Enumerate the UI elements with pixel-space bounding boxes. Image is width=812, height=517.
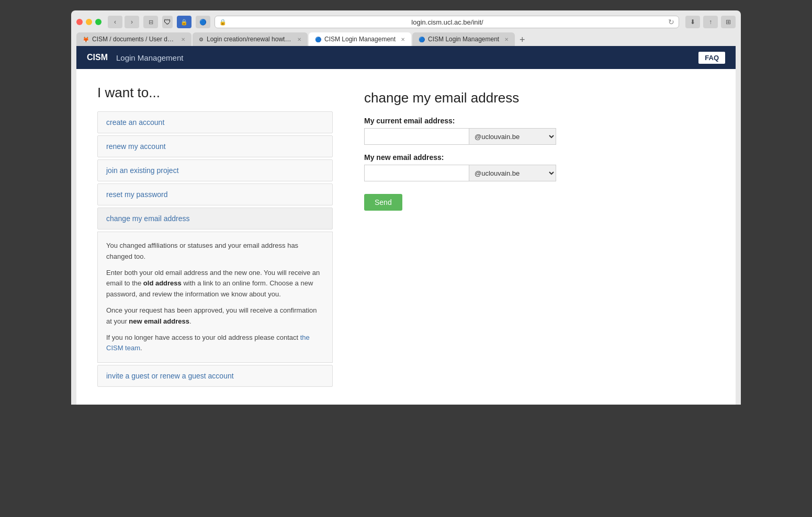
main-content: I want to... create an account renew my … <box>76 69 736 405</box>
tab-gitlab[interactable]: 🦊 CISM / documents / User documentation … <box>76 32 191 46</box>
back-button[interactable]: ‹ <box>108 16 122 28</box>
app-title: Login Management <box>116 53 183 62</box>
menu-link-create[interactable]: create an account <box>106 118 164 127</box>
tab-close-cism-active[interactable]: ✕ <box>401 37 405 42</box>
menu-item-change-email[interactable]: change my email address <box>97 208 333 229</box>
new-email-domain-select[interactable]: @uclouvain.be @cism.ucl.ac.be @student.u… <box>469 165 556 181</box>
menu-link-renew[interactable]: renew my account <box>106 142 166 151</box>
new-tab-button[interactable]: ⊞ <box>721 16 736 28</box>
tab-label-gitlab: CISM / documents / User documentation · … <box>92 36 176 43</box>
tab-favicon-gitlab: 🦊 <box>83 37 89 42</box>
minimize-dot[interactable] <box>86 19 92 25</box>
new-email-label: My new email address: <box>364 153 715 162</box>
current-email-input-row: @uclouvain.be @cism.ucl.ac.be @student.u… <box>364 128 715 145</box>
nav-buttons: ‹ › <box>108 16 139 28</box>
app-brand: CISM <box>87 53 108 62</box>
menu-link-change-email[interactable]: change my email address <box>106 214 190 223</box>
toolbar-right: ⬇ ↑ ⊞ <box>685 16 736 28</box>
tab-close-gitlab[interactable]: ✕ <box>181 37 185 42</box>
info-para-4: If you no longer have access to your old… <box>106 332 324 354</box>
app-header: CISM Login Management FAQ <box>76 46 736 69</box>
form-title: change my email address <box>364 90 715 106</box>
send-button[interactable]: Send <box>364 194 402 211</box>
menu-link-invite-guest[interactable]: invite a guest or renew a guest account <box>106 372 234 380</box>
tab-label-cism-2: CISM Login Management <box>428 36 499 43</box>
info-bold-old: old address <box>143 279 182 287</box>
menu-item-create[interactable]: create an account <box>97 111 333 133</box>
info-bold-new: new email address <box>129 317 189 325</box>
current-email-group: My current email address: @uclouvain.be … <box>364 117 715 145</box>
info-para-2: Enter both your old email address and th… <box>106 268 324 300</box>
info-para-3: Once your request has been approved, you… <box>106 305 324 327</box>
tab-close-howto[interactable]: ✕ <box>297 37 301 42</box>
menu-item-renew[interactable]: renew my account <box>97 135 333 157</box>
address-bar-container: 🔒 ↻ <box>215 16 679 28</box>
menu-link-join[interactable]: join an existing project <box>106 166 179 175</box>
menu-item-invite-guest[interactable]: invite a guest or renew a guest account <box>97 365 333 387</box>
new-email-text-input[interactable] <box>364 165 469 181</box>
tab-label-cism-active: CISM Login Management <box>324 36 396 43</box>
browser-content: CISM Login Management FAQ I want to... c… <box>76 46 736 405</box>
refresh-button[interactable]: ↻ <box>668 18 674 26</box>
tab-favicon-cism-2: 🔵 <box>419 37 425 42</box>
new-email-group: My new email address: @uclouvain.be @cis… <box>364 153 715 181</box>
section-title: I want to... <box>97 85 333 101</box>
menu-link-reset[interactable]: reset my password <box>106 190 167 199</box>
tab-favicon-cism-active: 🔵 <box>315 37 321 42</box>
extension-icon: 🔒 <box>177 16 191 28</box>
tab-close-cism-2[interactable]: ✕ <box>504 37 509 42</box>
maximize-dot[interactable] <box>95 19 102 25</box>
right-panel: change my email address My current email… <box>364 85 715 389</box>
menu-item-reset[interactable]: reset my password <box>97 183 333 205</box>
browser-chrome: ‹ › ⊟ 🛡 🔒 🔵 🔒 ↻ ⬇ ↑ ⊞ 🦊 CISM / documents… <box>71 10 741 405</box>
browser-tabs: 🦊 CISM / documents / User documentation … <box>76 32 736 46</box>
browser-toolbar: ‹ › ⊟ 🛡 🔒 🔵 🔒 ↻ ⬇ ↑ ⊞ <box>76 16 736 28</box>
sidebar-toggle-button[interactable]: ⊟ <box>143 16 158 28</box>
left-panel: I want to... create an account renew my … <box>97 85 333 389</box>
tab-favicon-howto: ⚙ <box>199 37 204 42</box>
current-email-text-input[interactable] <box>364 128 469 145</box>
lock-icon: 🔒 <box>219 19 227 26</box>
info-para-1: You changed affiliations or statuses and… <box>106 240 324 262</box>
info-box: You changed affiliations or statuses and… <box>97 232 333 363</box>
faq-button[interactable]: FAQ <box>698 52 725 64</box>
shield-icon: 🛡 <box>162 16 173 28</box>
tab-label-howto: Login creation/renewal howto — CISM <box>207 36 292 43</box>
current-email-label: My current email address: <box>364 117 715 125</box>
new-email-input-row: @uclouvain.be @cism.ucl.ac.be @student.u… <box>364 165 715 181</box>
tab-cism-2[interactable]: 🔵 CISM Login Management ✕ <box>412 32 515 46</box>
close-dot[interactable] <box>76 19 83 25</box>
current-email-domain-select[interactable]: @uclouvain.be @cism.ucl.ac.be @student.u… <box>469 128 556 145</box>
tab-cism-active[interactable]: 🔵 CISM Login Management ✕ <box>309 32 411 46</box>
extension-icon-2: 🔵 <box>196 16 210 28</box>
address-bar[interactable] <box>230 18 665 26</box>
tab-howto[interactable]: ⚙ Login creation/renewal howto — CISM ✕ <box>193 32 308 46</box>
add-tab-button[interactable]: + <box>516 33 528 46</box>
menu-item-join[interactable]: join an existing project <box>97 159 333 181</box>
cism-team-link[interactable]: the CISM team <box>106 334 310 352</box>
forward-button[interactable]: › <box>125 16 139 28</box>
downloads-button[interactable]: ⬇ <box>685 16 700 28</box>
share-button[interactable]: ↑ <box>703 16 718 28</box>
window-controls <box>76 19 102 25</box>
